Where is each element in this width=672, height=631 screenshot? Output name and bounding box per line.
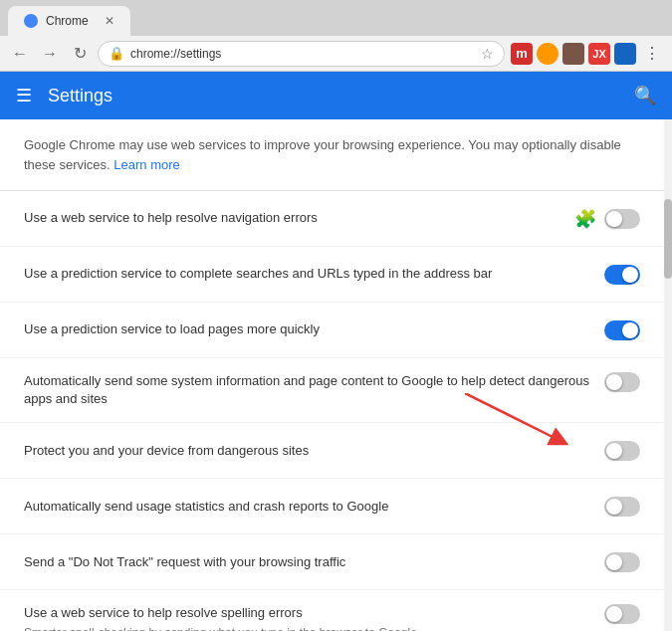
setting-row-spelling-errors: Use a web service to help resolve spelli… <box>0 590 664 631</box>
tab-bar: Chrome ✕ <box>0 0 672 36</box>
toggle-prediction-pages[interactable] <box>604 320 640 340</box>
toggle-thumb <box>606 211 622 227</box>
address-bar: ← → ↻ 🔒 chrome://settings ☆ m JX ⋮ <box>0 36 672 72</box>
setting-row-prediction-pages: Use a prediction service to load pages m… <box>0 303 664 358</box>
browser-frame: Chrome ✕ ← → ↻ 🔒 chrome://settings ☆ m J… <box>0 0 672 631</box>
setting-label: Protect you and your device from dangero… <box>24 442 604 460</box>
reload-button[interactable]: ↻ <box>68 42 92 66</box>
menu-icon[interactable]: ⋮ <box>640 42 664 66</box>
setting-label: Use a prediction service to load pages m… <box>24 320 604 338</box>
toolbar-icons: m JX ⋮ <box>511 42 664 66</box>
setting-label: Use a prediction service to complete sea… <box>24 265 604 283</box>
toggle-thumb <box>606 554 622 570</box>
extension-jx-icon[interactable]: JX <box>588 43 610 65</box>
setting-control: 🧩 <box>574 208 640 230</box>
setting-text: Use a web service to help resolve naviga… <box>24 209 574 227</box>
toggle-thumb <box>622 267 638 283</box>
setting-label: Send a "Do Not Track" request with your … <box>24 553 604 571</box>
setting-row-dangerous-apps: Automatically send some system informati… <box>0 358 664 423</box>
toggle-thumb <box>606 374 622 390</box>
toggle-spelling-errors[interactable] <box>604 604 640 624</box>
info-banner: Google Chrome may use web services to im… <box>0 119 664 191</box>
setting-row-usage-stats: Automatically send usage statistics and … <box>0 479 664 534</box>
toggle-thumb <box>606 499 622 515</box>
setting-text: Use a prediction service to complete sea… <box>24 265 604 283</box>
extension-m-icon[interactable]: m <box>511 43 533 65</box>
setting-text: Use a prediction service to load pages m… <box>24 320 604 338</box>
setting-row-prediction-searches: Use a prediction service to complete sea… <box>0 247 664 303</box>
bookmark-icon[interactable]: ☆ <box>481 46 494 62</box>
toggle-protect-device[interactable] <box>604 441 640 461</box>
setting-label: Automatically send some system informati… <box>24 372 604 408</box>
setting-control <box>604 372 640 392</box>
settings-header: ☰ Settings 🔍 <box>0 72 672 119</box>
secure-icon: 🔒 <box>109 46 124 61</box>
setting-text: Protect you and your device from dangero… <box>24 442 604 460</box>
setting-text: Automatically send some system informati… <box>24 372 604 408</box>
setting-text: Use a web service to help resolve spelli… <box>24 604 604 631</box>
setting-control <box>604 604 640 624</box>
setting-text: Automatically send usage statistics and … <box>24 498 604 516</box>
tab-favicon <box>24 14 38 28</box>
setting-row-do-not-track: Send a "Do Not Track" request with your … <box>0 534 664 590</box>
setting-control <box>604 552 640 572</box>
extension-pen-icon[interactable] <box>562 43 584 65</box>
setting-control <box>604 320 640 340</box>
setting-row-nav-errors: Use a web service to help resolve naviga… <box>0 191 664 247</box>
setting-label: Use a web service to help resolve spelli… <box>24 604 604 622</box>
toggle-nav-errors[interactable] <box>604 209 640 229</box>
setting-row-protect-device: Protect you and your device from dangero… <box>0 423 664 479</box>
setting-control <box>604 441 640 461</box>
toggle-usage-stats[interactable] <box>604 497 640 517</box>
toggle-dangerous-apps[interactable] <box>604 372 640 392</box>
scrollbar-thumb[interactable] <box>664 199 672 279</box>
extension-square-icon[interactable] <box>614 43 636 65</box>
settings-title: Settings <box>48 86 112 106</box>
scrollbar[interactable] <box>664 119 672 631</box>
setting-control <box>604 265 640 285</box>
toggle-thumb <box>622 322 638 338</box>
hamburger-menu[interactable]: ☰ <box>16 85 32 106</box>
forward-button[interactable]: → <box>38 42 62 66</box>
active-tab[interactable]: Chrome ✕ <box>8 6 130 36</box>
url-text: chrome://settings <box>130 47 475 61</box>
tab-label: Chrome <box>46 14 89 28</box>
learn-more-link[interactable]: Learn more <box>113 157 179 172</box>
extension-circle-icon[interactable] <box>537 43 559 65</box>
setting-text: Send a "Do Not Track" request with your … <box>24 553 604 571</box>
setting-sublabel: Smarter spell-checking by sending what y… <box>24 625 604 631</box>
toggle-thumb <box>606 443 622 459</box>
setting-label: Use a web service to help resolve naviga… <box>24 209 574 227</box>
url-bar[interactable]: 🔒 chrome://settings ☆ <box>98 41 505 67</box>
search-icon[interactable]: 🔍 <box>634 85 656 106</box>
setting-label: Automatically send usage statistics and … <box>24 498 604 516</box>
toggle-do-not-track[interactable] <box>604 552 640 572</box>
setting-control <box>604 497 640 517</box>
tab-close-icon[interactable]: ✕ <box>105 14 114 28</box>
toggle-prediction-searches[interactable] <box>604 265 640 285</box>
main-content: Google Chrome may use web services to im… <box>0 119 664 631</box>
content-area: Google Chrome may use web services to im… <box>0 119 672 631</box>
back-button[interactable]: ← <box>8 42 32 66</box>
puzzle-icon: 🧩 <box>574 208 596 230</box>
